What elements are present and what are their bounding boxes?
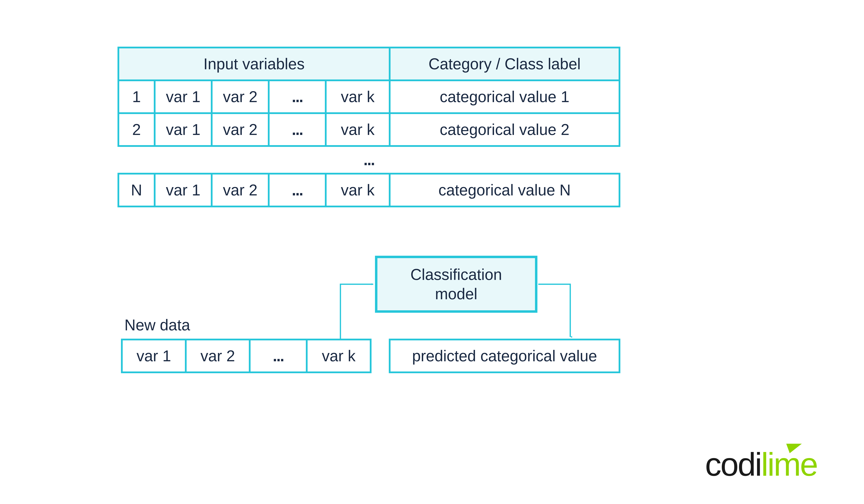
table-row: var 2 (211, 173, 269, 207)
table-header-input-label: Input variables (203, 55, 304, 73)
brand-part1: codi (705, 446, 761, 483)
table-row: var 1 (154, 80, 213, 114)
table-row: 2 (118, 112, 156, 147)
var-cell: var 2 (223, 121, 257, 139)
newdata-var-cell: var k (306, 339, 372, 373)
var-cell: var 1 (136, 347, 171, 365)
predicted-output-box: predicted categorical value (389, 339, 620, 373)
table-row: var k (325, 173, 391, 207)
var-cell: var 1 (166, 88, 201, 106)
class-cell: categorical value 1 (440, 88, 569, 106)
brand-part2: lime (761, 446, 817, 483)
codilime-logo-icon: codilime (705, 441, 843, 486)
var-cell: var 2 (223, 88, 257, 106)
var-cell: var 2 (223, 181, 257, 199)
class-cell: categorical value N (439, 181, 571, 199)
var-cell-ellipsis: ... (273, 347, 284, 365)
svg-text:codilime: codilime (705, 446, 817, 483)
table-row: categorical value 1 (389, 80, 620, 114)
row-index: 1 (132, 88, 141, 106)
table-row: categorical value 2 (389, 112, 620, 147)
model-label-2: model (410, 284, 502, 304)
table-header-class: Category / Class label (389, 47, 620, 81)
var-cell-ellipsis: ... (292, 88, 303, 106)
arrow-newdata-to-model (339, 281, 379, 340)
newdata-var-cell: var 2 (185, 339, 251, 373)
row-index: 2 (132, 121, 141, 139)
var-cell-ellipsis: ... (292, 121, 303, 139)
table-header-class-label: Category / Class label (429, 55, 580, 73)
new-data-text: New data (124, 316, 190, 334)
table-row: var k (325, 80, 391, 114)
var-cell: var k (341, 88, 374, 106)
var-cell: var k (341, 181, 374, 199)
table-row: 1 (118, 80, 156, 114)
newdata-var-cell: var 1 (121, 339, 187, 373)
classification-model-box: Classification model (375, 256, 537, 313)
table-gap-ellipsis: ... (118, 147, 620, 173)
var-cell: var 1 (166, 181, 201, 199)
table-row: var 1 (154, 112, 213, 147)
table-row: var k (325, 112, 391, 147)
gap-dots: ... (363, 151, 374, 169)
table-row: ... (268, 80, 327, 114)
table-row: ... (268, 112, 327, 147)
table-row: categorical value N (389, 173, 620, 207)
arrow-model-to-output (536, 281, 577, 340)
table-row: var 1 (154, 173, 213, 207)
table-row: var 2 (211, 112, 269, 147)
table-row: var 2 (211, 80, 269, 114)
table-row: ... (268, 173, 327, 207)
var-cell: var k (341, 121, 374, 139)
new-data-heading: New data (124, 316, 190, 334)
var-cell: var 2 (201, 347, 235, 365)
class-cell: categorical value 2 (440, 121, 569, 139)
brand-logo: codilime (705, 441, 843, 487)
var-cell: var k (322, 347, 356, 365)
row-index: N (131, 181, 142, 199)
table-row: N (118, 173, 156, 207)
predicted-output-label: predicted categorical value (412, 347, 597, 365)
table-header-input: Input variables (118, 47, 391, 81)
var-cell-ellipsis: ... (292, 181, 303, 199)
var-cell: var 1 (166, 121, 201, 139)
newdata-var-cell: ... (249, 339, 308, 373)
diagram-stage: Input variables Category / Class label 1… (0, 0, 864, 504)
model-label-1: Classification (410, 265, 502, 284)
